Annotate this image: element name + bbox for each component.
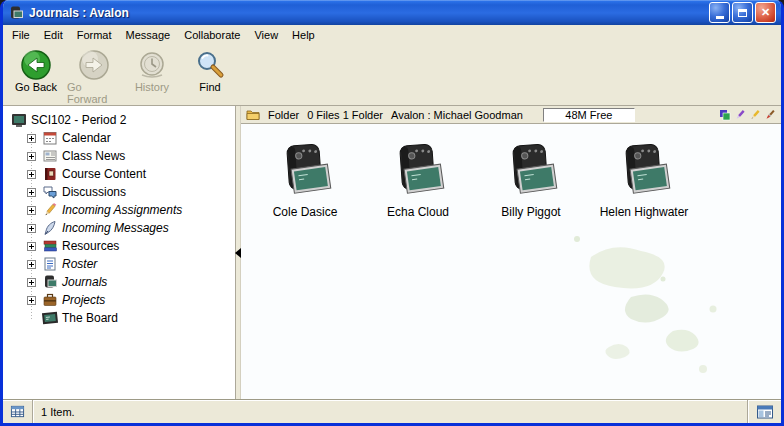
journal-item[interactable]: Billy Piggot bbox=[479, 140, 583, 219]
back-arrow-icon bbox=[20, 49, 52, 81]
marker-icon[interactable] bbox=[734, 109, 746, 121]
menu-item-format[interactable]: Format bbox=[70, 26, 119, 44]
expander-icon[interactable] bbox=[27, 242, 36, 251]
tree-item-course-content[interactable]: Course Content bbox=[3, 165, 235, 183]
status-item-count: 1 Item. bbox=[33, 406, 747, 418]
app-window: Journals : Avalon ✕ File Edit Format Mes… bbox=[0, 0, 784, 426]
folder-icon bbox=[246, 108, 260, 121]
menu-item-view[interactable]: View bbox=[247, 26, 285, 44]
tree-item-calendar[interactable]: Calendar bbox=[3, 129, 235, 147]
window-title: Journals : Avalon bbox=[29, 6, 704, 20]
course-tree-panel: SCI102 - Period 2 Calendar Class N bbox=[3, 106, 236, 399]
quill-icon bbox=[42, 220, 58, 236]
go-forward-label: Go Forward bbox=[67, 81, 121, 105]
minimize-icon bbox=[716, 16, 724, 19]
tree-item-incoming-assignments[interactable]: Incoming Assignments bbox=[3, 201, 235, 219]
books-icon bbox=[42, 238, 58, 254]
journal-book-icon bbox=[502, 140, 560, 202]
expander-icon[interactable] bbox=[27, 152, 36, 161]
window-controls: ✕ bbox=[709, 2, 776, 23]
pencil-icon bbox=[42, 202, 58, 218]
close-button[interactable]: ✕ bbox=[755, 2, 776, 23]
layers-icon[interactable] bbox=[719, 109, 731, 121]
journal-book-icon bbox=[615, 140, 673, 202]
maximize-button[interactable] bbox=[732, 2, 753, 23]
tree-item-journals[interactable]: Journals bbox=[3, 273, 235, 291]
course-book-icon bbox=[42, 166, 58, 182]
magnifier-icon bbox=[194, 49, 226, 81]
folder-type-label: Folder bbox=[268, 109, 299, 121]
tree-item-label: The Board bbox=[62, 311, 118, 325]
tree-item-label: Class News bbox=[62, 149, 125, 163]
journal-item[interactable]: Echa Cloud bbox=[366, 140, 470, 219]
journal-label: Echa Cloud bbox=[387, 205, 449, 219]
journal-item[interactable]: Cole Dasice bbox=[253, 140, 357, 219]
titlebar[interactable]: Journals : Avalon ✕ bbox=[3, 0, 781, 25]
menu-item-edit[interactable]: Edit bbox=[37, 26, 70, 44]
close-icon: ✕ bbox=[761, 7, 770, 18]
projects-icon bbox=[42, 292, 58, 308]
journal-book-icon bbox=[276, 140, 334, 202]
tree-root-label: SCI102 - Period 2 bbox=[31, 113, 126, 127]
menu-item-collaborate[interactable]: Collaborate bbox=[177, 26, 247, 44]
go-back-label: Go Back bbox=[15, 81, 57, 93]
expander-icon[interactable] bbox=[27, 134, 36, 143]
menu-item-help[interactable]: Help bbox=[285, 26, 322, 44]
tree-item-discussions[interactable]: Discussions bbox=[3, 183, 235, 201]
folder-action-icons bbox=[719, 109, 776, 121]
speech-bubbles-icon bbox=[42, 184, 58, 200]
history-icon bbox=[136, 49, 168, 81]
tree-item-label: Journals bbox=[62, 275, 107, 289]
menu-item-file[interactable]: File bbox=[5, 26, 37, 44]
expander-icon[interactable] bbox=[27, 170, 36, 179]
menu-item-message[interactable]: Message bbox=[119, 26, 178, 44]
tree-root-class[interactable]: SCI102 - Period 2 bbox=[3, 111, 235, 129]
items-table-icon[interactable] bbox=[10, 404, 25, 419]
tree-item-projects[interactable]: Projects bbox=[3, 291, 235, 309]
journal-book-icon bbox=[389, 140, 447, 202]
folder-content-area[interactable]: Cole Dasice bbox=[241, 124, 781, 399]
minimize-button[interactable] bbox=[709, 2, 730, 23]
go-back-button[interactable]: Go Back bbox=[9, 48, 63, 93]
calendar-icon bbox=[42, 130, 58, 146]
tree-item-label: Incoming Messages bbox=[62, 221, 169, 235]
brush-icon[interactable] bbox=[764, 109, 776, 121]
journal-list: Cole Dasice bbox=[253, 140, 696, 219]
chalkboard-icon bbox=[42, 310, 58, 326]
expander-icon[interactable] bbox=[27, 188, 36, 197]
free-space-field: 48M Free bbox=[543, 108, 635, 122]
tree-item-label: Discussions bbox=[62, 185, 126, 199]
history-button: History bbox=[125, 48, 179, 93]
tree-item-incoming-messages[interactable]: Incoming Messages bbox=[3, 219, 235, 237]
pencil-icon[interactable] bbox=[749, 109, 761, 121]
tree-item-label: Roster bbox=[62, 257, 97, 271]
tree-item-resources[interactable]: Resources bbox=[3, 237, 235, 255]
expander-icon[interactable] bbox=[27, 260, 36, 269]
main-area: SCI102 - Period 2 Calendar Class N bbox=[3, 106, 781, 399]
tree-item-label: Course Content bbox=[62, 167, 146, 181]
view-layout-icon[interactable] bbox=[756, 404, 774, 420]
journal-book-icon bbox=[42, 274, 58, 290]
find-button[interactable]: Find bbox=[183, 48, 237, 93]
toolbar: Go Back Go Forward History bbox=[3, 45, 781, 106]
statusbar: 1 Item. bbox=[3, 399, 781, 423]
find-label: Find bbox=[199, 81, 220, 93]
journal-label: Cole Dasice bbox=[273, 205, 338, 219]
tree-item-roster[interactable]: Roster bbox=[3, 255, 235, 273]
journal-label: Helen Highwater bbox=[600, 205, 689, 219]
folder-info-bar: Folder 0 Files 1 Folder Avalon : Michael… bbox=[241, 106, 781, 124]
expander-icon[interactable] bbox=[27, 224, 36, 233]
expander-spacer bbox=[27, 314, 36, 323]
expander-icon[interactable] bbox=[27, 296, 36, 305]
maximize-icon bbox=[738, 9, 747, 17]
go-forward-button: Go Forward bbox=[67, 48, 121, 105]
tree-item-the-board[interactable]: The Board bbox=[3, 309, 235, 327]
tree-item-class-news[interactable]: Class News bbox=[3, 147, 235, 165]
newspaper-icon bbox=[42, 148, 58, 164]
folder-panel: Folder 0 Files 1 Folder Avalon : Michael… bbox=[241, 106, 781, 399]
expander-icon[interactable] bbox=[27, 206, 36, 215]
journal-item[interactable]: Helen Highwater bbox=[592, 140, 696, 219]
tree-item-label: Calendar bbox=[62, 131, 111, 145]
expander-icon[interactable] bbox=[27, 278, 36, 287]
app-icon bbox=[8, 5, 24, 21]
